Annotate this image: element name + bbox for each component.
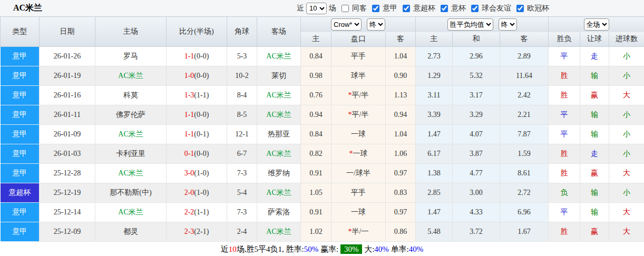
table-row: 意甲 26-01-19 AC米兰 1-0(0-0) 10-2 莱切 0.98 球… [1,66,644,86]
fulltime-score: 1-0 [184,72,194,80]
match-rows: 意甲 26-01-26 罗马 1-1(0-0) 5-3 AC米兰 0.84 平手… [1,47,644,242]
avg-draw-cell: 3.87 [453,144,500,164]
halftime-score: (0-1) [194,130,209,138]
avg-select-group: 胜平负均值 终 [416,17,549,32]
summary-count: 10 [229,245,237,253]
halftime-score: (1-1) [194,91,209,99]
odds-home-cell: 1.05 [301,183,331,203]
league-badge: 意甲 [1,47,40,66]
avg-home-cell: 2.85 [416,183,453,203]
handicap-cell: *平/半 [331,105,386,125]
filter-super-cup-checkbox[interactable] [403,5,410,12]
avg-home-cell: 5.48 [416,222,453,242]
away-team-cell: AC米兰 [257,47,301,66]
score-cell: 3-0(1-0) [167,164,227,183]
fulltime-score: 2-2 [184,208,194,216]
subheader-result: 胜负 [549,32,580,47]
avg-draw-cell: 3.72 [453,222,500,242]
header-corners: 角球 [227,17,257,47]
table-row: 意甲 26-01-11 佛罗伦萨 1-1(0-0) 8-5 AC米兰 0.94 … [1,105,644,125]
recent-label: 近 [297,4,304,13]
fulltime-score: 1-3 [184,91,194,99]
corners-cell: 5-3 [227,47,257,66]
filter-champions-checkbox[interactable] [516,5,524,12]
odds-home-cell: 0.98 [301,66,331,86]
table-row: 意甲 25-12-28 AC米兰 3-0(1-0) 7-3 维罗纳 0.91 一… [1,164,644,183]
odds-away-cell: 0.97 [386,203,416,222]
handicap-cell: 球半 [331,66,386,86]
avg-type-select[interactable]: 胜平负均值 [447,18,493,31]
corners-cell: 12-1 [227,125,257,144]
same-venue-label: 同客 [352,4,367,13]
score-cell: 2-0(1-0) [167,183,227,203]
filter-controls: 近 10 场 同客 意甲 意超杯 意杯 球会友谊 欧冠杯 [297,0,549,16]
fulltime-score: 1-1 [184,130,194,138]
home-team-cell: 佛罗伦萨 [95,105,167,125]
filter-friendly-checkbox[interactable] [471,5,479,12]
subheader-handicap: 盘口 [331,32,386,47]
header-date: 日期 [40,17,95,47]
table-row: 意甲 26-01-16 科莫 1-3(1-1) 8-4 AC米兰 0.76 *平… [1,86,644,105]
odds-home-cell: 0.94 [301,105,331,125]
avg-draw-cell: 3.17 [453,86,500,105]
score-cell: 1-0(0-0) [167,66,227,86]
summary-single-rate: 40% [409,245,424,253]
league-badge: 意甲 [1,66,40,86]
odds-stage-select[interactable]: 终 [367,18,385,31]
summary-big-rate: 40% [374,245,389,253]
summary-bar: 近10场,胜5平4负1, 胜率:50% 赢率: 30% 大:40% 单率:40% [0,244,644,256]
date-cell: 25-12-14 [40,203,95,222]
odds-away-cell: 0.86 [386,222,416,242]
odds-provider-select[interactable]: Crow* [331,18,362,31]
subheader-avg-away: 客 [500,32,549,47]
corners-cell: 6-7 [227,144,257,164]
halftime-score: (1-0) [194,169,209,177]
avg-away-cell: 7.87 [500,125,549,144]
avg-draw-cell: 4.07 [453,125,500,144]
filter-cup-checkbox[interactable] [441,5,448,12]
fulltime-score: 1-1 [184,111,194,119]
odds-home-cell: 0.82 [301,144,331,164]
page-title: AC米兰 [13,3,42,14]
avg-away-cell: 1.67 [500,222,549,242]
handicap-text: 平手 [351,52,366,60]
handicap-result-cell: 走 [580,47,609,66]
handicap-result-cell: 输 [580,105,609,125]
summary-mid: 场,胜5平4负1, 胜率: [237,245,304,253]
league-badge: 意甲 [1,144,40,164]
result-cell: 平 [549,47,580,66]
handicap-cell: 平手 [331,47,386,66]
odds-home-cell: 0.76 [301,86,331,105]
same-venue-checkbox[interactable] [341,5,349,12]
avg-away-cell: 2.89 [500,47,549,66]
home-team-cell: 那不勒斯(中) [95,183,167,203]
result-cell: 平 [549,105,580,125]
table-row: 意甲 26-01-26 罗马 1-1(0-0) 5-3 AC米兰 0.84 平手… [1,47,644,66]
result-cell: 胜 [549,222,580,242]
score-cell: 1-3(1-1) [167,86,227,105]
filter-serie-a-checkbox[interactable] [372,5,379,12]
fulltime-score: 3-0 [184,169,194,177]
goals-result-cell: 小 [609,47,644,66]
odds-home-cell: 0.84 [301,47,331,66]
date-cell: 26-01-09 [40,125,95,144]
handicap-result-cell: 输 [580,125,609,144]
handicap-star: * [348,111,352,119]
handicap-result-cell: 输 [580,203,609,222]
subheader-handicap-result: 让球 [580,32,609,47]
away-team-cell: AC米兰 [257,144,301,164]
handicap-cell: 一/球半 [331,164,386,183]
handicap-cell: *半/一 [331,222,386,242]
league-badge: 意超杯 [1,183,40,203]
league-badge: 意甲 [1,222,40,242]
handicap-text: 平手 [351,189,366,196]
corners-cell: 10-2 [227,66,257,86]
handicap-result-cell: 输 [580,66,609,86]
corners-cell: 7-3 [227,203,257,222]
match-count-select[interactable]: 10 [306,3,327,14]
league-badge: 意甲 [1,203,40,222]
handicap-cell: 一球 [331,203,386,222]
avg-away-cell: 1.59 [500,144,549,164]
avg-stage-select[interactable]: 终 [499,18,517,31]
scope-select[interactable]: 全场 [584,18,609,31]
